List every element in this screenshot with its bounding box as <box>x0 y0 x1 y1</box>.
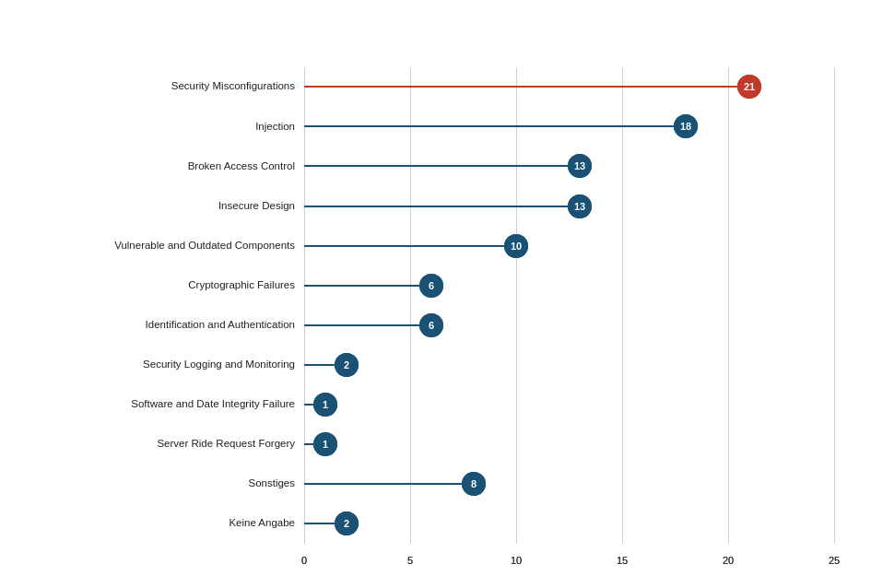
bar-dot-8: 1 <box>313 393 337 417</box>
plot-area: 2118131310662118221181313106621182 05101… <box>304 67 834 570</box>
y-label-1: Injection <box>37 109 304 144</box>
bar-row-7: 2 <box>304 353 834 377</box>
title-block <box>37 28 387 58</box>
chart-area: Security MisconfigurationsInjectionBroke… <box>37 67 834 570</box>
y-label-0: Security Misconfigurations <box>37 69 304 104</box>
bar-row-5: 6 <box>304 274 834 298</box>
y-label-3: Insecure Design <box>37 189 304 224</box>
bar-row-0: 21 <box>304 75 834 99</box>
x-tick-label: 5 <box>407 555 413 566</box>
bar-dot-5: 6 <box>419 274 443 298</box>
y-label-5: Cryptographic Failures <box>37 268 304 303</box>
x-tick-label: 25 <box>829 555 840 566</box>
bar-row-1: 18 <box>304 114 834 138</box>
x-tick-label: 20 <box>723 555 734 566</box>
bar-dot-3: 13 <box>568 194 592 218</box>
y-label-7: Security Logging and Monitoring <box>37 347 304 382</box>
y-label-9: Server Ride Request Forgery <box>37 427 304 462</box>
y-label-2: Broken Access Control <box>37 149 304 184</box>
top-section <box>37 28 834 58</box>
caption-block <box>387 28 834 58</box>
y-label-8: Software and Date Integrity Failure <box>37 387 304 422</box>
y-labels: Security MisconfigurationsInjectionBroke… <box>37 67 304 570</box>
bar-row-3: 13 <box>304 194 834 218</box>
bar-dot-9: 1 <box>313 432 337 456</box>
y-label-6: Identification and Authentication <box>37 308 304 343</box>
bar-dot-6: 6 <box>419 313 443 337</box>
bar-dot-7: 2 <box>335 353 359 377</box>
bar-row-10: 8 <box>304 472 834 496</box>
y-label-10: Sonstiges <box>37 466 304 501</box>
x-tick-label: 15 <box>617 555 628 566</box>
bar-dot-10: 8 <box>462 472 486 496</box>
bar-dot-0: 21 <box>737 75 761 99</box>
bar-dot-2: 13 <box>568 154 592 178</box>
grid-line <box>834 67 835 544</box>
bar-dot-4: 10 <box>504 234 528 258</box>
bar-dot-1: 18 <box>674 114 698 138</box>
main-title <box>37 28 387 51</box>
x-tick-label: 0 <box>301 555 307 566</box>
bar-row-9: 1 <box>304 432 834 456</box>
bar-row-6: 6 <box>304 313 834 337</box>
y-label-4: Vulnerable and Outdated Components <box>37 229 304 264</box>
bar-dot-11: 2 <box>335 512 359 535</box>
x-axis: 05101520250510152025 <box>304 544 834 570</box>
bar-row-2: 13 <box>304 154 834 178</box>
bar-row-8: 1 <box>304 393 834 417</box>
bar-row-4: 10 <box>304 234 834 258</box>
main-container: Security MisconfigurationsInjectionBroke… <box>0 0 871 588</box>
y-label-11: Keine Angabe <box>37 506 304 541</box>
bar-row-11: 2 <box>304 512 834 535</box>
x-tick-label: 10 <box>511 555 522 566</box>
bars-container: 2118131310662118221181313106621182 <box>304 67 834 544</box>
